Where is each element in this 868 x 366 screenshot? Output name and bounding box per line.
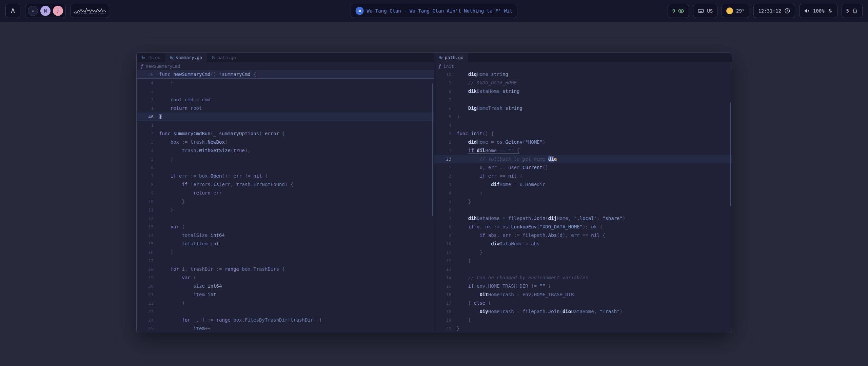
code-line[interactable]: 23 // fallback to get home dia — [434, 155, 732, 163]
tab-rm.go[interactable]: Gorm.go — [137, 53, 165, 62]
left-tabbar: Gorm.goGosummary.goGopath.go — [137, 53, 434, 62]
code-line[interactable]: 10 diqHome string — [434, 70, 732, 79]
code-text: // $XDG_DATA_HOME — [457, 79, 517, 87]
launcher-button[interactable]: Λ — [5, 4, 20, 18]
code-text: size int64 — [159, 282, 222, 290]
code-line[interactable]: 6 DigHomeTrash string — [434, 104, 732, 113]
volume-widget[interactable]: 100% — [799, 4, 837, 18]
code-line[interactable]: 7 — [434, 96, 732, 104]
code-line[interactable]: 16 ) — [137, 248, 434, 257]
code-line[interactable]: 2 root.cmd = cmd — [137, 96, 434, 104]
code-line[interactable]: 3func init() { — [434, 129, 732, 138]
code-line[interactable]: 3 box := trash.NewBox( — [137, 138, 434, 146]
music-player-widget[interactable]: Wu-Tang Clan - Wu-Tang Clan Ain't Nuthin… — [351, 4, 517, 18]
code-line[interactable]: 18 for i, trashDir := range box.TrashDir… — [137, 265, 434, 273]
code-line[interactable]: 21 item int — [137, 290, 434, 299]
code-line[interactable]: 1 — [137, 121, 434, 129]
code-line[interactable]: 2 didHome = os.Getenv("HOME") — [434, 138, 732, 146]
system-graph-widget[interactable] — [71, 4, 109, 18]
code-line[interactable]: 9 // $XDG_DATA_HOME — [434, 79, 732, 87]
code-line[interactable]: 4 — [434, 121, 732, 129]
left-breadcrumb[interactable]: ƒ newSummaryCmd — [137, 62, 434, 70]
code-line[interactable]: 15 totalItem int — [137, 240, 434, 248]
line-number: 3 — [137, 87, 159, 96]
code-line[interactable]: 17 — [137, 257, 434, 265]
clock-widget[interactable]: 12:31:12 — [753, 4, 795, 18]
code-line[interactable]: 5 } — [434, 197, 732, 206]
workspace-indicator-dim[interactable]: ◆ — [28, 6, 38, 16]
keyboard-layout-widget[interactable]: US — [693, 4, 717, 18]
code-line[interactable]: 13 — [434, 265, 732, 273]
code-line[interactable]: 12 — [137, 214, 434, 223]
editor-pane-right: Gopath.go ƒ init 10 diqHome string9 // $… — [434, 53, 732, 333]
tab-label: path.go — [217, 55, 236, 60]
left-scrollbar[interactable] — [432, 83, 433, 216]
code-line[interactable]: 1 if dilHome == "" { — [434, 146, 732, 155]
code-line[interactable]: 11 } — [434, 248, 732, 257]
code-line[interactable]: 16 DitHomeTrash = env.HOME_TRASH_DIR — [434, 290, 732, 299]
tab-path.go[interactable]: Gopath.go — [207, 53, 241, 62]
code-line[interactable]: 12 } — [434, 257, 732, 265]
weather-widget[interactable]: 29° — [722, 4, 749, 18]
code-line[interactable]: 4 } — [434, 189, 732, 197]
code-line[interactable]: 1 return root — [137, 104, 434, 113]
code-line[interactable]: 10 diwDataHome = abs — [434, 240, 732, 248]
code-line[interactable]: 15 if env.HOME_TRASH_DIR != "" { — [434, 282, 732, 290]
code-line[interactable]: 13 var ( — [137, 223, 434, 231]
clock-icon — [784, 8, 790, 14]
code-line[interactable]: 23 — [137, 307, 434, 316]
code-line[interactable]: 19 var ( — [137, 273, 434, 282]
code-text: // fallback to get home dia — [457, 155, 557, 163]
code-line[interactable]: 1 u, err := user.Current() — [434, 163, 732, 172]
code-line[interactable]: 9 if abs, err := filepath.Abs(d); err ==… — [434, 231, 732, 240]
music-disc-icon — [356, 7, 364, 15]
code-line[interactable]: 4 } — [137, 79, 434, 87]
sticky-context-line[interactable]: 26func newSummaryCmd() *summaryCmd { — [137, 70, 434, 79]
code-line[interactable]: 18 DiyHomeTrash = filepath.Join(dioDataH… — [434, 307, 732, 316]
code-line[interactable]: 22 ) — [137, 299, 434, 307]
code-text: } — [159, 206, 173, 214]
code-line[interactable]: 8 if !errors.Is(err, trash.ErrNotFound) … — [137, 180, 434, 189]
code-text: } — [457, 316, 471, 324]
bar-right-group: 9 US 29° 12:31:12 — [668, 4, 863, 18]
notifications-widget[interactable]: 5 — [842, 4, 863, 18]
code-line[interactable]: 7 dihDataHome = filepath.Join(dijHome, "… — [434, 214, 732, 223]
clock-time: 12:31:12 — [758, 8, 781, 14]
code-line[interactable]: 25 item++ — [137, 324, 434, 333]
code-text: item++ — [159, 324, 211, 333]
code-line[interactable]: 8 dikDataHome string — [434, 87, 732, 96]
code-line[interactable]: 6 — [434, 206, 732, 214]
code-line[interactable]: 11 } — [137, 206, 434, 214]
code-line[interactable]: 6 — [137, 163, 434, 172]
right-scrollbar[interactable] — [730, 103, 731, 206]
workspace-indicator-pink[interactable]: ♪ — [53, 6, 63, 16]
code-line[interactable]: 14 totalSize int64 — [137, 231, 434, 240]
code-line[interactable]: 2 if err == nil { — [434, 172, 732, 180]
line-number: 12 — [434, 257, 457, 265]
code-line[interactable]: 7 if err := box.Open(); err != nil { — [137, 172, 434, 180]
workspace-indicator-active[interactable]: N — [40, 6, 51, 16]
line-number: 7 — [434, 214, 457, 223]
code-line[interactable]: 4 trash.WithGetSize(true), — [137, 146, 434, 155]
code-line[interactable]: 8 if d, ok := os.LookupEnv("XDG_DATA_HOM… — [434, 223, 732, 231]
code-line[interactable]: 14 // Can be changed by environment vari… — [434, 273, 732, 282]
code-line[interactable]: 46} — [137, 113, 434, 121]
right-breadcrumb[interactable]: ƒ init — [434, 62, 732, 70]
code-line[interactable]: 17 } else { — [434, 299, 732, 307]
code-line[interactable]: 10 } — [137, 197, 434, 206]
tab-summary.go[interactable]: Gosummary.go — [165, 53, 207, 62]
line-number: 2 — [434, 138, 457, 146]
tab-path.go[interactable]: Gopath.go — [434, 53, 468, 62]
code-line[interactable]: 20 size int64 — [137, 282, 434, 290]
code-line[interactable]: 24 for _, f := range box.FilesByTrashDir… — [137, 316, 434, 324]
code-text: totalItem int — [159, 240, 219, 248]
code-line[interactable]: 2func summaryCmdRun(_ summaryOptions) er… — [137, 129, 434, 138]
updates-widget[interactable]: 9 — [668, 4, 689, 18]
code-line[interactable]: 20} — [434, 324, 732, 333]
code-line[interactable]: 9 return err — [137, 189, 434, 197]
code-line[interactable]: 19 } — [434, 316, 732, 324]
code-line[interactable]: 5 ) — [137, 155, 434, 163]
code-line[interactable]: 5) — [434, 113, 732, 121]
code-line[interactable]: 3 — [137, 87, 434, 96]
code-line[interactable]: 3 difHome = u.HomeDir — [434, 180, 732, 189]
